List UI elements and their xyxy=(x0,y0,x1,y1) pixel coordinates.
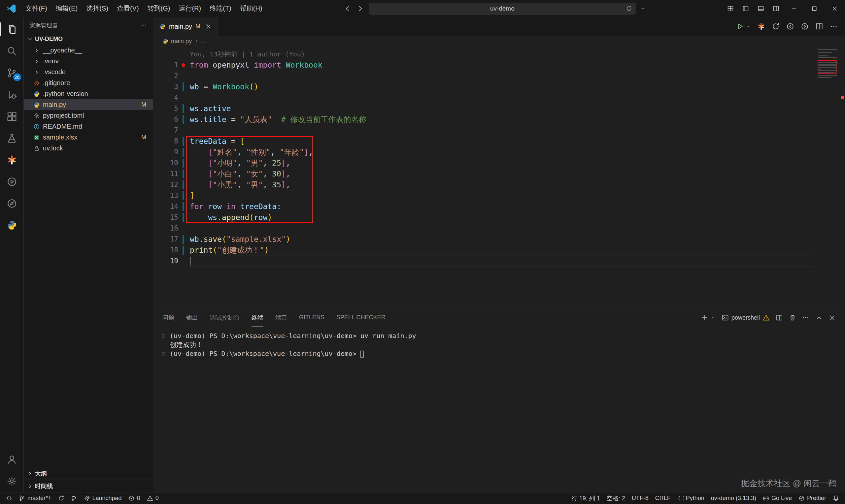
status-errors[interactable]: 0 xyxy=(125,492,144,504)
menu-item[interactable]: 查看(V) xyxy=(112,2,143,15)
code-line[interactable]: 15 ws.append(row) xyxy=(153,212,813,223)
file-row-.venv[interactable]: .venv xyxy=(24,56,153,67)
panel-tab-端口[interactable]: 端口 xyxy=(275,308,287,327)
kill-terminal-icon[interactable] xyxy=(789,314,796,321)
activitybar-python-extension[interactable] xyxy=(0,214,24,236)
activitybar-testing[interactable] xyxy=(0,127,24,149)
status-encoding[interactable]: UTF-8 xyxy=(629,492,652,504)
file-row-main.py[interactable]: main.pyM xyxy=(24,99,153,110)
panel-tab-问题[interactable]: 问题 xyxy=(162,308,174,327)
code-line[interactable]: 10 ["小明", "男", 25], xyxy=(153,158,813,168)
file-row-uv.lock[interactable]: uv.lock xyxy=(24,143,153,154)
activitybar-code-runner[interactable] xyxy=(0,171,24,193)
code-line[interactable]: 5ws.active xyxy=(153,103,813,114)
panel-tab-GITLENS[interactable]: GITLENS xyxy=(299,308,324,327)
terminal-instance[interactable]: powershell xyxy=(722,314,770,321)
activitybar-ai-extension[interactable] xyxy=(0,149,24,171)
status-python-interpreter[interactable]: uv-demo (3.13.3) xyxy=(708,492,759,504)
status-remote[interactable] xyxy=(3,492,16,504)
code-line[interactable]: 18print("创建成功！") xyxy=(153,245,813,256)
activitybar-explorer[interactable] xyxy=(0,18,24,40)
file-row-.gitignore[interactable]: .gitignore xyxy=(24,77,153,88)
status-prettier[interactable]: Prettier xyxy=(795,492,829,504)
close-button[interactable] xyxy=(825,0,845,17)
activitybar-run-and-debug[interactable] xyxy=(0,84,24,106)
code-line[interactable]: 13] xyxy=(153,190,813,201)
code-line[interactable]: 19 xyxy=(153,256,813,267)
search-refresh-icon[interactable] xyxy=(626,5,632,12)
ai-assistant-icon[interactable] xyxy=(757,22,765,30)
forward-icon[interactable] xyxy=(356,5,364,13)
code-editor[interactable]: You, 13秒钟前 | 1 author (You)1from openpyx… xyxy=(153,47,845,308)
status-sync[interactable] xyxy=(55,492,68,504)
status-gitlens-graph[interactable] xyxy=(68,492,81,504)
compare-changes-icon[interactable] xyxy=(772,22,780,30)
run-python-button[interactable] xyxy=(736,22,744,30)
search-dropdown-icon[interactable] xyxy=(641,6,646,11)
minimap[interactable] xyxy=(817,49,839,80)
breadcrumb-file[interactable]: main.py xyxy=(171,38,192,45)
code-line[interactable]: 7 xyxy=(153,125,813,136)
status-warnings[interactable]: 0 xyxy=(144,492,162,504)
file-row-__pycache__[interactable]: __pycache__ xyxy=(24,45,153,56)
status-go-live[interactable]: Go Live xyxy=(759,492,795,504)
menu-item[interactable]: 编辑(E) xyxy=(52,2,82,15)
panel-tab-终端[interactable]: 终端 xyxy=(251,308,263,327)
code-line[interactable]: 14for row in treeData: xyxy=(153,201,813,212)
code-line[interactable]: 16 xyxy=(153,223,813,234)
tab-close-icon[interactable] xyxy=(205,23,212,30)
status-indentation[interactable]: 空格: 2 xyxy=(603,492,629,504)
tab-main-py[interactable]: main.py M xyxy=(153,17,218,36)
breadcrumb-symbol[interactable]: ... xyxy=(202,38,207,45)
terminal-output[interactable]: (uv-demo) PS D:\workspace\vue-learning\u… xyxy=(153,327,845,492)
panel-tab-SPELL CHECKER[interactable]: SPELL CHECKER xyxy=(336,308,385,327)
maximize-button[interactable] xyxy=(804,0,825,17)
status-notifications[interactable] xyxy=(829,492,842,504)
panel-tab-输出[interactable]: 输出 xyxy=(186,308,198,327)
go-back-icon[interactable] xyxy=(786,22,794,30)
status-eol[interactable]: CRLF xyxy=(652,492,674,504)
overview-ruler[interactable] xyxy=(840,47,845,308)
activitybar-source-control[interactable]: 26 xyxy=(0,62,24,84)
file-row-.python-version[interactable]: .python-version xyxy=(24,88,153,99)
customize-layout-icon[interactable] xyxy=(723,0,738,17)
split-terminal-icon[interactable] xyxy=(776,314,783,321)
status-launchpad[interactable]: Launchpad xyxy=(81,492,125,504)
sidebar-section-时间线[interactable]: 时间线 xyxy=(24,480,153,492)
code-line[interactable]: 3wb = Workbook() xyxy=(153,82,813,92)
menu-item[interactable]: 转到(G) xyxy=(143,2,175,15)
activitybar-accounts[interactable] xyxy=(0,449,24,470)
file-row-pyproject.toml[interactable]: pyproject.toml xyxy=(24,110,153,121)
code-line[interactable]: 2 xyxy=(153,71,813,82)
status-git-branch[interactable]: master*+ xyxy=(16,492,55,504)
activitybar-remote-explorer[interactable] xyxy=(0,193,24,214)
activitybar-extensions[interactable] xyxy=(0,106,24,127)
code-line[interactable]: 8treeData = [ xyxy=(153,136,813,147)
run-dropdown-icon[interactable] xyxy=(746,24,751,29)
maximize-panel-icon[interactable] xyxy=(815,314,823,321)
code-line[interactable]: 12 ["小黑", "男", 35], xyxy=(153,179,813,190)
activitybar-settings[interactable] xyxy=(0,470,24,492)
activitybar-search[interactable] xyxy=(0,40,24,62)
more-actions-icon[interactable] xyxy=(830,22,838,30)
command-center-search[interactable]: uv-demo xyxy=(369,3,636,15)
workspace-root-row[interactable]: UV-DEMO xyxy=(24,33,153,45)
sidebar-more-icon[interactable] xyxy=(140,22,147,29)
file-row-.vscode[interactable]: .vscode xyxy=(24,67,153,77)
code-line[interactable]: 11 ["小白", "女", 30], xyxy=(153,168,813,179)
minimize-button[interactable] xyxy=(784,0,804,17)
menu-item[interactable]: 选择(S) xyxy=(82,2,112,15)
code-line[interactable]: 1from openpyxl import Workbook xyxy=(153,60,813,71)
menu-item[interactable]: 帮助(H) xyxy=(236,2,267,15)
terminal-dropdown-icon[interactable] xyxy=(711,315,716,320)
panel-tab-调试控制台[interactable]: 调试控制台 xyxy=(210,308,240,327)
gitlens-blame-line[interactable]: You, 13秒钟前 | 1 author (You) xyxy=(153,49,813,60)
status-language-mode[interactable]: { }Python xyxy=(674,492,708,504)
toggle-panel-icon[interactable] xyxy=(753,0,769,17)
toggle-secondary-sidebar-icon[interactable] xyxy=(769,0,784,17)
sidebar-section-大纲[interactable]: 大纲 xyxy=(24,467,153,480)
code-line[interactable]: 17wb.save("sample.xlsx") xyxy=(153,234,813,245)
code-line[interactable]: 6ws.title = "人员表" # 修改当前工作表的名称 xyxy=(153,114,813,125)
code-line[interactable]: 9 ["姓名", "性别", "年龄"], xyxy=(153,147,813,158)
back-icon[interactable] xyxy=(344,5,352,13)
